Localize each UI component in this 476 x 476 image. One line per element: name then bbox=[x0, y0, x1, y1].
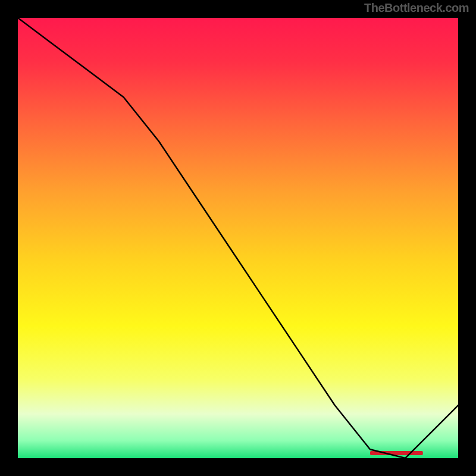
plot-area bbox=[18, 18, 458, 458]
gradient-background bbox=[18, 18, 458, 458]
chart-svg bbox=[18, 18, 458, 458]
chart-container: TheBottleneck.com bbox=[0, 0, 476, 476]
watermark-text: TheBottleneck.com bbox=[364, 1, 469, 15]
